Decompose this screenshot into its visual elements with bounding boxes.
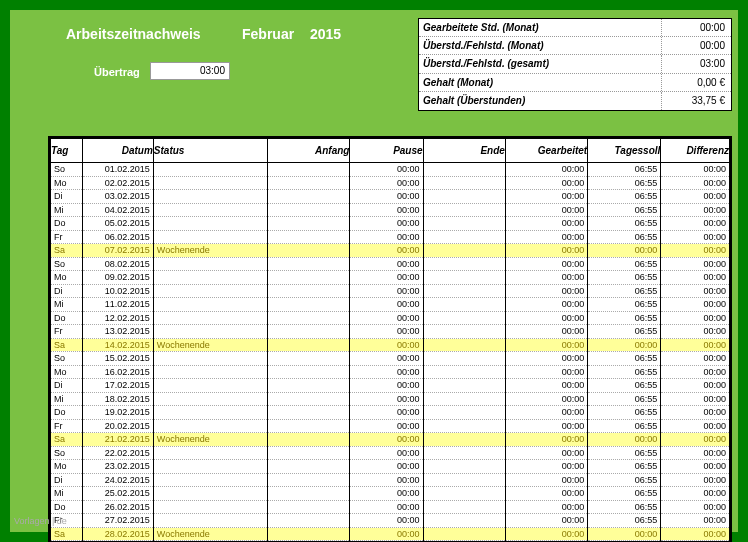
cell-end[interactable] — [423, 176, 505, 190]
cell-start[interactable] — [268, 446, 350, 460]
cell-worked[interactable]: 00:00 — [505, 244, 587, 258]
cell-day[interactable]: So — [51, 446, 83, 460]
cell-worked[interactable]: 00:00 — [505, 298, 587, 312]
cell-day[interactable]: So — [51, 163, 83, 177]
cell-target[interactable]: 06:55 — [588, 460, 661, 474]
cell-break[interactable]: 00:00 — [350, 298, 423, 312]
cell-end[interactable] — [423, 379, 505, 393]
cell-target[interactable]: 06:55 — [588, 311, 661, 325]
cell-diff[interactable]: 00:00 — [661, 244, 730, 258]
cell-day[interactable]: Sa — [51, 433, 83, 447]
cell-start[interactable] — [268, 487, 350, 501]
cell-target[interactable]: 06:55 — [588, 473, 661, 487]
cell-end[interactable] — [423, 406, 505, 420]
cell-target[interactable]: 06:55 — [588, 190, 661, 204]
cell-target[interactable]: 06:55 — [588, 271, 661, 285]
cell-break[interactable]: 00:00 — [350, 433, 423, 447]
cell-target[interactable]: 06:55 — [588, 406, 661, 420]
cell-worked[interactable]: 00:00 — [505, 500, 587, 514]
cell-start[interactable] — [268, 271, 350, 285]
cell-diff[interactable]: 00:00 — [661, 203, 730, 217]
cell-break[interactable]: 00:00 — [350, 514, 423, 528]
cell-break[interactable]: 00:00 — [350, 365, 423, 379]
cell-status[interactable] — [153, 325, 267, 339]
cell-end[interactable] — [423, 190, 505, 204]
cell-diff[interactable]: 00:00 — [661, 392, 730, 406]
cell-status[interactable] — [153, 406, 267, 420]
cell-status[interactable] — [153, 190, 267, 204]
cell-diff[interactable]: 00:00 — [661, 325, 730, 339]
cell-break[interactable]: 00:00 — [350, 230, 423, 244]
cell-day[interactable]: Di — [51, 473, 83, 487]
cell-worked[interactable]: 00:00 — [505, 379, 587, 393]
cell-worked[interactable]: 00:00 — [505, 190, 587, 204]
cell-target[interactable]: 06:55 — [588, 352, 661, 366]
cell-diff[interactable]: 00:00 — [661, 311, 730, 325]
cell-status[interactable] — [153, 298, 267, 312]
cell-start[interactable] — [268, 284, 350, 298]
carryover-input[interactable]: 03:00 — [150, 62, 230, 80]
cell-diff[interactable]: 00:00 — [661, 298, 730, 312]
cell-target[interactable]: 06:55 — [588, 487, 661, 501]
cell-status[interactable]: Wochenende — [153, 244, 267, 258]
cell-diff[interactable]: 00:00 — [661, 433, 730, 447]
cell-diff[interactable]: 00:00 — [661, 163, 730, 177]
cell-target[interactable]: 00:00 — [588, 338, 661, 352]
cell-target[interactable]: 06:55 — [588, 392, 661, 406]
cell-day[interactable]: Mi — [51, 487, 83, 501]
cell-worked[interactable]: 00:00 — [505, 473, 587, 487]
cell-start[interactable] — [268, 406, 350, 420]
cell-date[interactable]: 07.02.2015 — [83, 244, 154, 258]
cell-target[interactable]: 06:55 — [588, 379, 661, 393]
cell-end[interactable] — [423, 271, 505, 285]
cell-day[interactable]: Mi — [51, 392, 83, 406]
cell-start[interactable] — [268, 176, 350, 190]
cell-day[interactable]: Mi — [51, 203, 83, 217]
cell-day[interactable]: Di — [51, 190, 83, 204]
cell-status[interactable] — [153, 500, 267, 514]
cell-date[interactable]: 17.02.2015 — [83, 379, 154, 393]
cell-target[interactable]: 06:55 — [588, 446, 661, 460]
cell-date[interactable]: 02.02.2015 — [83, 176, 154, 190]
cell-day[interactable]: Do — [51, 500, 83, 514]
cell-worked[interactable]: 00:00 — [505, 203, 587, 217]
cell-break[interactable]: 00:00 — [350, 527, 423, 541]
cell-day[interactable]: Sa — [51, 527, 83, 541]
cell-status[interactable] — [153, 163, 267, 177]
cell-break[interactable]: 00:00 — [350, 392, 423, 406]
cell-worked[interactable]: 00:00 — [505, 338, 587, 352]
cell-day[interactable]: Mo — [51, 176, 83, 190]
cell-day[interactable]: So — [51, 352, 83, 366]
cell-diff[interactable]: 00:00 — [661, 284, 730, 298]
cell-end[interactable] — [423, 163, 505, 177]
cell-break[interactable]: 00:00 — [350, 460, 423, 474]
cell-worked[interactable]: 00:00 — [505, 217, 587, 231]
cell-start[interactable] — [268, 325, 350, 339]
cell-target[interactable]: 06:55 — [588, 163, 661, 177]
cell-date[interactable]: 18.02.2015 — [83, 392, 154, 406]
cell-break[interactable]: 00:00 — [350, 419, 423, 433]
cell-date[interactable]: 01.02.2015 — [83, 163, 154, 177]
cell-end[interactable] — [423, 433, 505, 447]
cell-break[interactable]: 00:00 — [350, 406, 423, 420]
cell-day[interactable]: Sa — [51, 338, 83, 352]
cell-worked[interactable]: 00:00 — [505, 352, 587, 366]
cell-target[interactable]: 06:55 — [588, 514, 661, 528]
cell-start[interactable] — [268, 311, 350, 325]
cell-diff[interactable]: 00:00 — [661, 514, 730, 528]
cell-start[interactable] — [268, 203, 350, 217]
cell-target[interactable]: 06:55 — [588, 217, 661, 231]
cell-status[interactable] — [153, 460, 267, 474]
cell-status[interactable] — [153, 365, 267, 379]
cell-day[interactable]: Fr — [51, 325, 83, 339]
cell-date[interactable]: 19.02.2015 — [83, 406, 154, 420]
cell-start[interactable] — [268, 379, 350, 393]
cell-date[interactable]: 13.02.2015 — [83, 325, 154, 339]
cell-worked[interactable]: 00:00 — [505, 163, 587, 177]
cell-worked[interactable]: 00:00 — [505, 514, 587, 528]
cell-target[interactable]: 06:55 — [588, 500, 661, 514]
cell-start[interactable] — [268, 419, 350, 433]
cell-worked[interactable]: 00:00 — [505, 460, 587, 474]
cell-date[interactable]: 16.02.2015 — [83, 365, 154, 379]
cell-break[interactable]: 00:00 — [350, 190, 423, 204]
